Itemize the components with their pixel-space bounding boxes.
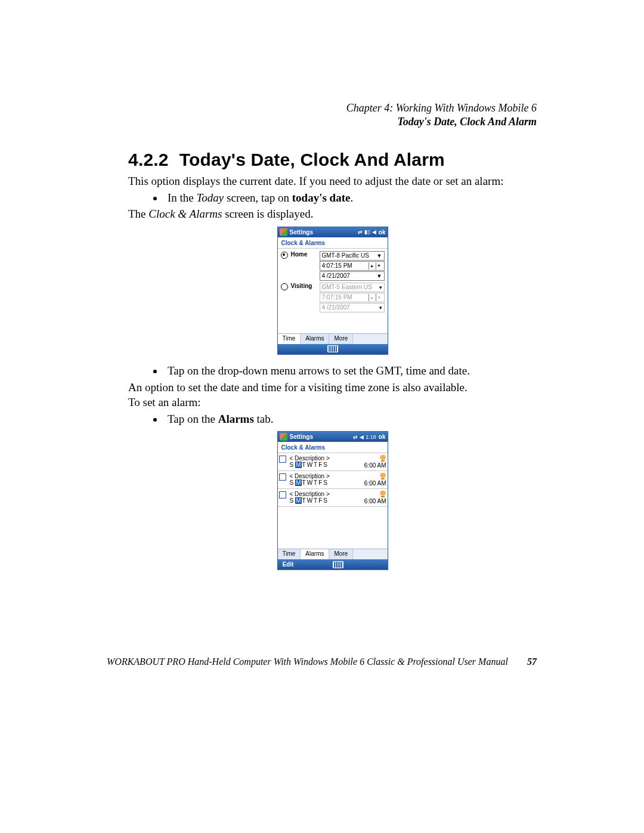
alarm-right: 6:00 AM [364,455,386,469]
volume-icon: ◀ [372,229,376,235]
soft-key-bar [278,344,388,354]
edit-softkey[interactable]: Edit [278,561,294,568]
soft-key-bar: Edit [278,559,388,569]
alarm-row[interactable]: < Description >SMTWTFS6:00 AM [278,489,388,507]
start-icon [280,433,287,441]
connectivity-icon: ⇄ [353,434,358,440]
home-timezone-dropdown[interactable]: GMT-8 Pacific US▼ [320,251,385,261]
bullet-2: Tap on the drop-down menu arrows to set … [164,363,537,379]
alarm-description[interactable]: < Description > [290,455,364,462]
alarm-right: 6:00 AM [364,473,386,487]
alarm-days[interactable]: SMTWTFS [290,497,364,504]
wm-titlebar: Settings ⇄ ◀ 1:18 ok [278,432,388,442]
chevron-down-icon: ▾ [379,284,382,290]
alarm-row[interactable]: < Description >SMTWTFS6:00 AM [278,471,388,489]
clock-text: 1:18 [366,434,376,440]
screenshot-clock-time: Settings ⇄ ▮▯ ◀ ok Clock & Alarms Home G… [277,227,388,355]
alarm-time[interactable]: 6:00 AM [364,462,386,469]
paragraph-4: To set an alarm: [128,395,537,410]
chevron-down-icon: ▼ [377,273,382,279]
visiting-date-dropdown[interactable]: 4 /21/2007▾ [320,303,385,312]
bell-icon[interactable] [379,491,386,497]
chevron-down-icon: ▼ [377,253,382,259]
alarm-description[interactable]: < Description > [290,491,364,497]
start-icon [280,228,287,236]
home-time-field[interactable]: 4:07:15 PM▲▼ [320,261,385,271]
status-icons: ⇄ ◀ 1:18 [353,434,376,440]
screenshot-clock-alarms: Settings ⇄ ◀ 1:18 ok Clock & Alarms < De… [277,431,388,570]
footer-title: WORKABOUT PRO Hand-Held Computer With Wi… [107,657,509,667]
alarm-row[interactable]: < Description >SMTWTFS6:00 AM [278,453,388,471]
bell-icon[interactable] [379,473,386,479]
visiting-time-field[interactable]: 7:07:15 PM▴▾ [320,293,385,302]
alarm-checkbox[interactable] [279,491,286,498]
tab-more[interactable]: More [329,549,353,559]
screen-subtitle: Clock & Alarms [278,442,388,453]
ok-button[interactable]: ok [379,433,386,440]
wm-titlebar: Settings ⇄ ▮▯ ◀ ok [278,227,388,237]
alarm-right: 6:00 AM [364,491,386,504]
status-icons: ⇄ ▮▯ ◀ [358,229,376,235]
tab-alarms[interactable]: Alarms [301,334,329,344]
alarm-checkbox[interactable] [279,473,286,481]
paragraph-2: The Clock & Alarms screen is displayed. [128,206,537,222]
alarm-description[interactable]: < Description > [290,473,364,479]
wm-title: Settings [290,229,355,236]
page-number: 57 [527,657,537,667]
screen-subtitle: Clock & Alarms [278,237,388,249]
visiting-timezone-dropdown[interactable]: GMT-5 Eastern US▾ [320,283,385,292]
alarm-checkbox[interactable] [279,456,286,463]
tab-more[interactable]: More [329,334,353,344]
up-arrow-icon[interactable]: ▲ [369,262,375,270]
bell-icon[interactable] [379,455,386,461]
down-arrow-icon[interactable]: ▼ [376,262,382,270]
chevron-down-icon: ▾ [379,305,382,311]
bullet-list-2: Tap on the drop-down menu arrows to set … [128,363,537,379]
chapter-line: Chapter 4: Working With Windows Mobile 6 [128,101,537,115]
paragraph-1: This option displays the current date. I… [128,174,537,189]
section-title: 4.2.2Today's Date, Clock And Alarm [128,150,537,170]
bullet-1: In the Today screen, tap on today's date… [164,190,537,206]
tab-time[interactable]: Time [278,549,301,559]
alarm-time[interactable]: 6:00 AM [364,498,386,504]
running-header: Chapter 4: Working With Windows Mobile 6… [128,101,537,128]
tab-time[interactable]: Time [278,334,301,344]
bullet-list-1: In the Today screen, tap on today's date… [128,190,537,206]
alarm-days[interactable]: SMTWTFS [290,462,364,468]
bullet-3: Tap on the Alarms tab. [164,411,537,427]
volume-icon: ◀ [360,434,364,440]
home-radio[interactable] [281,252,288,259]
tab-alarms[interactable]: Alarms [301,549,329,559]
alarm-time[interactable]: 6:00 AM [364,480,386,487]
wm-title: Settings [290,433,351,440]
keyboard-icon[interactable] [333,561,343,568]
section-line: Today's Date, Clock And Alarm [128,115,537,129]
visiting-radio[interactable] [281,283,288,290]
paragraph-3: An option to set the date and time for a… [128,380,537,395]
tab-bar: Time Alarms More [278,333,388,344]
tab-bar: Time Alarms More [278,549,388,559]
signal-icon: ▮▯ [364,229,370,235]
bullet-list-3: Tap on the Alarms tab. [128,411,537,427]
home-label: Home [291,251,320,258]
visiting-label: Visiting [291,283,320,289]
page-footer: WORKABOUT PRO Hand-Held Computer With Wi… [107,657,537,667]
keyboard-icon[interactable] [327,345,338,352]
home-date-dropdown[interactable]: 4 /21/2007▼ [320,271,385,281]
ok-button[interactable]: ok [379,229,386,236]
alarm-days[interactable]: SMTWTFS [290,479,364,486]
connectivity-icon: ⇄ [358,229,363,235]
section-name: Today's Date, Clock And Alarm [179,150,445,169]
section-number: 4.2.2 [128,150,169,170]
home-zone-row: Home GMT-8 Pacific US▼ 4:07:15 PM▲▼ 4 /2… [281,251,385,281]
visiting-zone-row: Visiting GMT-5 Eastern US▾ 7:07:15 PM▴▾ … [281,283,385,313]
